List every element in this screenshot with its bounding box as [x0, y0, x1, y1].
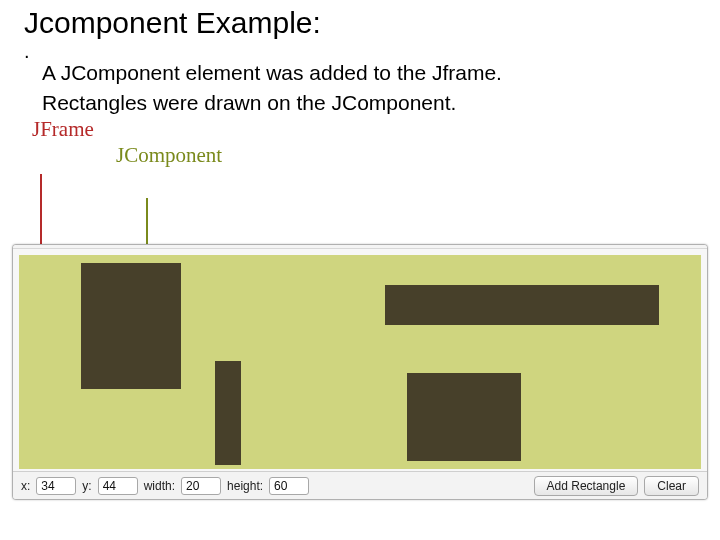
description-line-1: A JComponent element was added to the Jf…: [0, 56, 720, 86]
drawn-rectangle: [385, 285, 659, 325]
add-rectangle-button[interactable]: Add Rectangle: [534, 476, 639, 496]
drawn-rectangle: [81, 263, 181, 389]
toolbar: x: y: width: height: Add Rectangle Clear: [13, 471, 707, 499]
jframe-pointer-line: [40, 174, 42, 248]
width-input[interactable]: [181, 477, 221, 495]
jcomponent-label: JComponent: [116, 143, 222, 168]
drawn-rectangle: [407, 373, 521, 461]
width-label: width:: [144, 479, 175, 493]
drawn-rectangle: [215, 361, 241, 465]
y-label: y:: [82, 479, 91, 493]
jframe-label: JFrame: [32, 117, 94, 142]
page-title: Jcomponent Example:: [0, 0, 720, 40]
x-label: x:: [21, 479, 30, 493]
jcomponent-canvas[interactable]: [19, 255, 701, 469]
window-titlebar: [13, 245, 707, 249]
description-line-2: Rectangles were drawn on the JComponent.: [0, 86, 720, 116]
height-label: height:: [227, 479, 263, 493]
clear-button[interactable]: Clear: [644, 476, 699, 496]
y-input[interactable]: [98, 477, 138, 495]
bullet-dot: .: [0, 46, 720, 56]
jframe-window: x: y: width: height: Add Rectangle Clear: [12, 244, 708, 500]
x-input[interactable]: [36, 477, 76, 495]
height-input[interactable]: [269, 477, 309, 495]
